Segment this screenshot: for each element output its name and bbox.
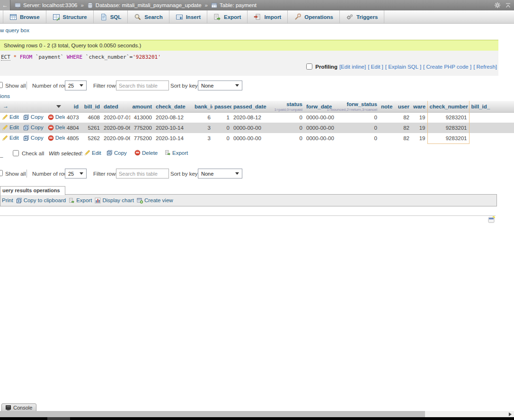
cell-user: 82 <box>394 112 411 123</box>
tab-search[interactable]: Search <box>128 10 169 23</box>
collapse-panel-icon[interactable] <box>505 2 511 9</box>
tab-sql[interactable]: SQL <box>94 10 128 23</box>
cell-row-actions: EditCopyDelete <box>0 112 65 123</box>
number-of-rows-value: 25 <box>68 83 74 89</box>
export-label: Export <box>172 150 188 156</box>
cell-ware: 19 <box>411 112 427 123</box>
tab-structure[interactable]: Structure <box>46 10 94 23</box>
column-header-id[interactable]: id <box>65 101 80 112</box>
column-header-label: dated <box>102 104 130 109</box>
cell-passed: 0 <box>213 133 231 143</box>
column-header-note[interactable]: note <box>379 101 394 112</box>
breadcrumb-table[interactable]: Table: payment <box>220 2 257 8</box>
cell-status: 0 <box>275 123 304 133</box>
row-delete-button[interactable]: Delete <box>48 125 65 131</box>
options-link[interactable]: ions <box>0 93 10 99</box>
column-header-bank_id[interactable]: bank_id <box>193 101 213 112</box>
page-settings-icon[interactable] <box>488 216 495 223</box>
column-header-check_date[interactable]: check_date <box>154 101 193 112</box>
pencil-icon <box>2 114 8 120</box>
column-header-dated[interactable]: dated <box>102 101 130 112</box>
horizontal-scrollbar[interactable] <box>0 411 514 417</box>
display-chart-button[interactable]: Display chart <box>95 197 133 204</box>
back-button[interactable]: ← <box>0 0 10 10</box>
with-selected-delete-button[interactable]: Delete <box>134 150 158 156</box>
tab-export[interactable]: Export <box>207 10 248 23</box>
column-header-forw_status[interactable]: forw_status1=bounced,2=return,3=cancel <box>342 101 379 112</box>
column-header-passed_date[interactable]: passed_date <box>231 101 275 112</box>
cell-user: 82 <box>394 123 411 133</box>
console-label: Console <box>13 405 32 411</box>
column-header-status[interactable]: status1=paid,0=unpaid <box>275 101 304 112</box>
create-view-label: Create view <box>144 197 173 203</box>
tab-insert[interactable]: Insert <box>169 10 207 23</box>
tab-import[interactable]: Import <box>248 10 288 23</box>
tab-operations[interactable]: Operations <box>288 10 340 23</box>
sort-options-icon[interactable] <box>56 105 61 108</box>
cell-bill_id: 4608 <box>80 112 102 123</box>
breadcrumb-database[interactable]: Database: mitali_mitali_paymanage_update <box>96 2 202 8</box>
check-all-checkbox[interactable] <box>13 150 19 156</box>
show-all-checkbox[interactable] <box>0 82 3 88</box>
create-view-button[interactable]: Create view <box>137 197 173 204</box>
cell-bill_id: 5261 <box>80 123 102 133</box>
row-delete-button[interactable]: Delete <box>48 135 65 141</box>
sort-by-key-select[interactable]: None <box>198 80 242 90</box>
edit-link[interactable]: [ Edit ] <box>368 64 383 70</box>
chevron-down-icon <box>80 84 83 87</box>
profiling-checkbox[interactable] <box>306 63 312 70</box>
print-button[interactable]: Print <box>2 197 13 203</box>
with-selected-export-button[interactable]: Export <box>165 150 188 156</box>
export-button[interactable]: Export <box>69 197 92 204</box>
delete-icon <box>48 135 54 141</box>
delete-icon <box>48 114 54 120</box>
number-of-rows-select[interactable]: 25 <box>65 80 87 90</box>
number-of-rows-select[interactable]: 25 <box>65 169 87 179</box>
tab-browse[interactable]: Browse <box>3 10 46 23</box>
create-php-code-link[interactable]: [ Create PHP code ] <box>423 64 471 70</box>
column-header-ware[interactable]: ware <box>411 101 427 112</box>
action-label: Copy <box>31 135 44 141</box>
column-header-bill_id[interactable]: bill_id <box>80 101 102 112</box>
row-edit-button[interactable]: Edit <box>2 125 19 131</box>
explain-sql-link[interactable]: [ Explain SQL ] <box>385 64 421 70</box>
show-all-checkbox[interactable] <box>0 170 3 176</box>
tab-label: Triggers <box>356 14 378 20</box>
cell-note <box>379 123 394 133</box>
cell-dated: 2020-07-01 <box>102 112 130 123</box>
column-header-label: passed_date <box>231 104 275 109</box>
filter-rows-input[interactable] <box>116 80 169 90</box>
row-copy-button[interactable]: Copy <box>23 114 44 120</box>
copy-to-clipboard-button[interactable]: Copy to clipboard <box>16 197 66 204</box>
breadcrumb: Server: localhost:3306 » Database: mital… <box>15 2 257 9</box>
column-header-amount[interactable]: amount <box>130 101 154 112</box>
pencil-icon <box>84 150 90 156</box>
column-header-label: amount <box>130 104 154 109</box>
column-header-passed[interactable]: passed <box>213 101 231 112</box>
transpose-arrow-icon[interactable]: → <box>3 103 9 109</box>
row-copy-button[interactable]: Copy <box>23 125 44 131</box>
filter-rows-input[interactable] <box>116 169 169 179</box>
edit-inline-link[interactable]: [Edit inline] <box>339 64 366 70</box>
cell-bank_id: 6 <box>193 112 213 123</box>
row-copy-button[interactable]: Copy <box>23 135 44 141</box>
row-edit-button[interactable]: Edit <box>2 135 19 141</box>
with-selected-edit-button[interactable]: Edit <box>84 150 101 156</box>
tab-label: SQL <box>110 14 122 20</box>
row-delete-button[interactable]: Delete <box>48 114 65 120</box>
column-header-user[interactable]: user <box>394 101 411 112</box>
tab-triggers[interactable]: Triggers <box>340 10 384 23</box>
show-query-box-link[interactable]: w query box <box>0 27 29 33</box>
column-header-check_number[interactable]: check_number <box>427 101 469 112</box>
settings-gear-icon[interactable] <box>494 2 501 9</box>
breadcrumb-server[interactable]: Server: localhost:3306 <box>23 2 77 8</box>
structure-icon <box>53 13 60 21</box>
sort-by-key-select[interactable]: None <box>198 169 242 179</box>
refresh-link[interactable]: [ Refresh] <box>473 64 497 70</box>
row-edit-button[interactable]: Edit <box>2 114 19 120</box>
print-label: Print <box>2 197 13 203</box>
scrollbar-right-arrow[interactable] <box>509 412 512 416</box>
column-header-bill_id_2[interactable]: bill_id_ <box>469 101 514 112</box>
with-selected-copy-button[interactable]: Copy <box>106 150 127 156</box>
scrollbar-thumb[interactable] <box>0 411 425 417</box>
